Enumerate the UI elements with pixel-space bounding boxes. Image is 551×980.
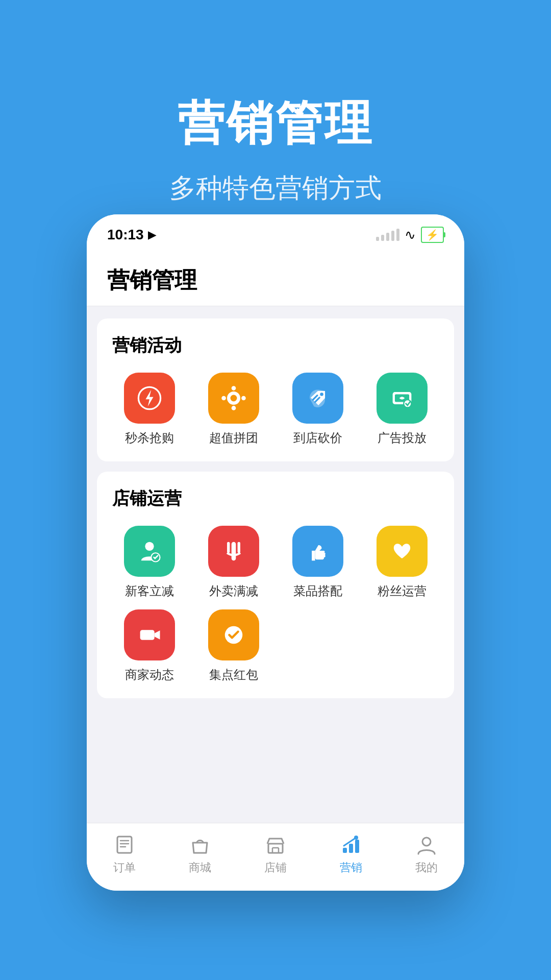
delivery-discount-label: 外卖满减 (209, 583, 258, 599)
svg-marker-1 (145, 390, 153, 406)
svg-rect-16 (237, 542, 240, 553)
background-header: 营销管理 多种特色营销方式 (0, 0, 551, 206)
svg-point-4 (231, 386, 236, 390)
nav-mall-label: 商城 (189, 860, 211, 875)
svg-point-3 (230, 395, 237, 402)
marketing-activities-title: 营销活动 (112, 334, 439, 357)
dish-combo-label: 菜品搭配 (293, 583, 342, 599)
nav-store-label: 店铺 (264, 860, 287, 875)
status-bar: 10:13 ▶ ∿ ⚡ (87, 214, 464, 250)
battery-icon: ⚡ (421, 227, 444, 243)
store-operations-card: 店铺运营 新客立减 (97, 472, 454, 698)
flash-sale-label: 秒杀抢购 (125, 430, 174, 446)
group-buy-label: 超值拼团 (209, 430, 258, 446)
nav-mine[interactable]: 我的 (396, 834, 457, 875)
svg-rect-20 (117, 837, 132, 853)
phone-mockup: 10:13 ▶ ∿ ⚡ 营销管理 营销活动 (87, 214, 464, 891)
mine-icon (415, 834, 438, 856)
dish-combo-item[interactable]: 菜品搭配 (281, 526, 355, 599)
new-customer-label: 新客立减 (125, 583, 174, 599)
in-store-discount-label: 到店砍价 (293, 430, 342, 446)
svg-point-31 (354, 836, 358, 840)
bg-subtitle: 多种特色营销方式 (0, 170, 551, 206)
flash-sale-item[interactable]: 秒杀抢购 (112, 373, 186, 446)
dish-combo-icon (292, 526, 343, 577)
orders-icon (113, 834, 136, 856)
ad-placement-label: 广告投放 (378, 430, 427, 446)
nav-orders-label: 订单 (113, 860, 136, 875)
ad-placement-item[interactable]: 广告投放 (365, 373, 439, 446)
store-operations-title: 店铺运营 (112, 487, 439, 510)
bg-main-title: 营销管理 (0, 92, 551, 155)
group-buy-icon (208, 373, 259, 424)
in-store-discount-icon (292, 373, 343, 424)
delivery-discount-item[interactable]: 外卖满减 (196, 526, 270, 599)
bottom-nav: 订单 商城 店铺 (87, 823, 464, 891)
location-arrow-icon: ▶ (148, 229, 156, 241)
nav-marketing[interactable]: 营销 (320, 834, 382, 875)
points-redpacket-item[interactable]: 集点红包 (196, 609, 270, 683)
points-redpacket-icon (208, 609, 259, 660)
svg-marker-18 (154, 630, 160, 639)
status-icons: ∿ ⚡ (376, 227, 444, 243)
nav-orders[interactable]: 订单 (94, 834, 155, 875)
status-time: 10:13 ▶ (107, 227, 156, 243)
svg-rect-30 (355, 840, 359, 853)
store-operations-grid: 新客立减 外卖满减 (112, 526, 439, 683)
merchant-dynamic-label: 商家动态 (125, 667, 174, 683)
svg-point-12 (145, 542, 154, 551)
svg-rect-28 (343, 848, 347, 853)
svg-rect-17 (140, 630, 154, 640)
fan-ops-icon (377, 526, 428, 577)
marketing-activities-card: 营销活动 秒杀抢购 (97, 318, 454, 461)
nav-mine-label: 我的 (415, 860, 438, 875)
mall-icon (189, 834, 211, 856)
new-customer-item[interactable]: 新客立减 (112, 526, 186, 599)
points-redpacket-label: 集点红包 (209, 667, 258, 683)
svg-rect-14 (231, 542, 236, 561)
content-spacer (97, 708, 454, 811)
svg-point-5 (231, 406, 236, 410)
new-customer-icon (124, 526, 175, 577)
svg-point-7 (241, 396, 246, 401)
in-store-discount-item[interactable]: 到店砍价 (281, 373, 355, 446)
nav-mall[interactable]: 商城 (169, 834, 231, 875)
marketing-icon (340, 834, 362, 856)
content-area: 营销活动 秒杀抢购 (87, 306, 464, 823)
merchant-dynamic-icon (124, 609, 175, 660)
svg-point-6 (221, 396, 226, 401)
merchant-dynamic-item[interactable]: 商家动态 (112, 609, 186, 683)
nav-store[interactable]: 店铺 (245, 834, 306, 875)
svg-point-8 (320, 393, 323, 396)
app-header-title: 营销管理 (107, 265, 444, 296)
svg-rect-29 (349, 844, 353, 853)
nav-marketing-label: 营销 (340, 860, 362, 875)
store-icon (264, 834, 287, 856)
wifi-icon: ∿ (405, 227, 416, 243)
flash-sale-icon (124, 373, 175, 424)
marketing-activities-grid: 秒杀抢购 超值拼团 (112, 373, 439, 446)
fan-ops-label: 粉丝运营 (378, 583, 427, 599)
delivery-discount-icon (208, 526, 259, 577)
group-buy-item[interactable]: 超值拼团 (196, 373, 270, 446)
ad-placement-icon (377, 373, 428, 424)
svg-point-32 (422, 838, 431, 846)
svg-rect-15 (227, 542, 230, 553)
fan-ops-item[interactable]: 粉丝运营 (365, 526, 439, 599)
app-header: 营销管理 (87, 250, 464, 306)
signal-icon (376, 229, 399, 241)
